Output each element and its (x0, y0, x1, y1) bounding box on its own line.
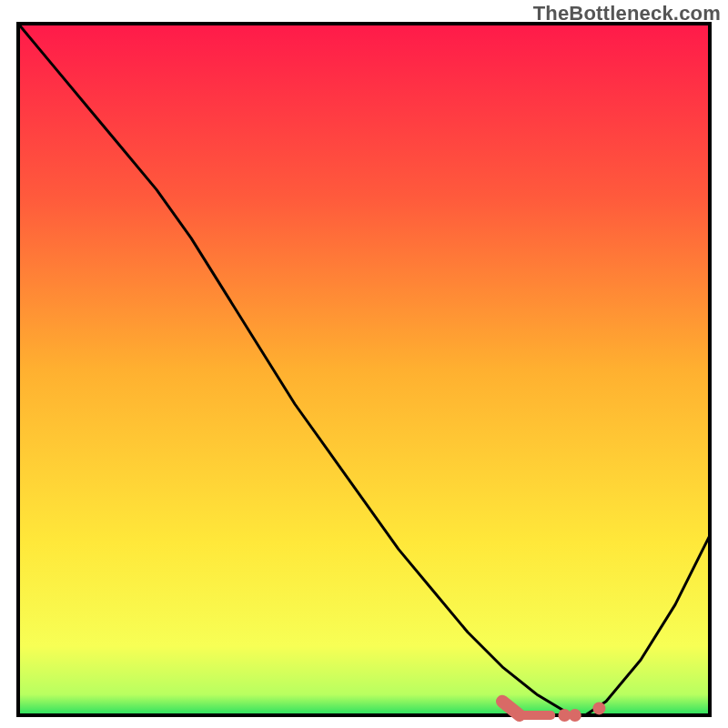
chart-container: TheBottleneck.com (0, 0, 728, 728)
gradient-background (18, 24, 710, 715)
optimal-marker-dot (592, 702, 605, 714)
bottleneck-chart (0, 0, 728, 728)
watermark-text: TheBottleneck.com (533, 2, 721, 25)
optimal-marker-dot (569, 709, 581, 722)
